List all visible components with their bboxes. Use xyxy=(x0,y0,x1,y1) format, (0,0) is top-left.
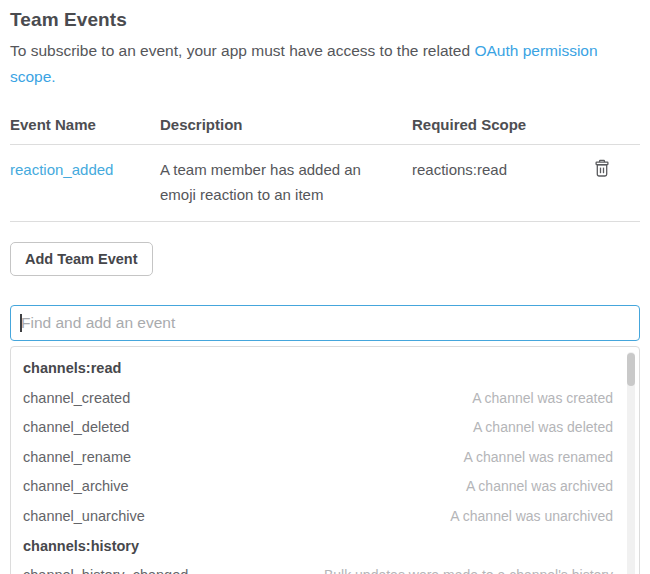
dropdown-item-channel-created[interactable]: channel_created A channel was created xyxy=(11,384,639,414)
event-name: channel_unarchive xyxy=(23,502,145,532)
event-description: A channel was archived xyxy=(466,472,613,502)
reaction-added-event-link[interactable]: reaction_added xyxy=(10,161,113,178)
column-header-required-scope: Required Scope xyxy=(412,116,590,133)
event-name: channel_deleted xyxy=(23,413,129,443)
column-header-event-name: Event Name xyxy=(10,116,160,133)
required-scope-cell: reactions:read xyxy=(412,157,590,182)
scope-group-label: channels:read xyxy=(23,354,121,384)
subscribed-events-table: Event Name Description Required Scope re… xyxy=(10,108,640,222)
delete-event-button[interactable] xyxy=(594,159,610,178)
trash-icon xyxy=(594,166,610,181)
event-description: Bulk updates were made to a channel's hi… xyxy=(324,561,613,574)
event-name-cell: reaction_added xyxy=(10,157,160,182)
table-header-row: Event Name Description Required Scope xyxy=(10,108,640,145)
event-name: channel_rename xyxy=(23,443,131,473)
table-row: reaction_added A team member has added a… xyxy=(10,145,640,222)
event-description: A channel was unarchived xyxy=(450,502,613,532)
dropdown-item-channel-deleted[interactable]: channel_deleted A channel was deleted xyxy=(11,413,639,443)
event-description: A channel was created xyxy=(472,384,613,414)
event-name: channel_archive xyxy=(23,472,129,502)
dropdown-item-channel-archive[interactable]: channel_archive A channel was archived xyxy=(11,472,639,502)
dropdown-scrollbar-thumb[interactable] xyxy=(627,353,635,386)
dropdown-group-channels-history: channels:history xyxy=(11,532,639,562)
column-header-description: Description xyxy=(160,116,412,133)
intro-paragraph: To subscribe to an event, your app must … xyxy=(10,38,610,90)
dropdown-scrollbar-track[interactable] xyxy=(627,352,635,574)
dropdown-item-channel-rename[interactable]: channel_rename A channel was renamed xyxy=(11,443,639,473)
actions-cell xyxy=(590,157,640,185)
scope-group-label: channels:history xyxy=(23,532,139,562)
dropdown-item-channel-unarchive[interactable]: channel_unarchive A channel was unarchiv… xyxy=(11,502,639,532)
team-events-panel: Team Events To subscribe to an event, yo… xyxy=(0,9,650,574)
event-description: A channel was renamed xyxy=(464,443,613,473)
event-name: channel_created xyxy=(23,384,130,414)
find-event-input[interactable] xyxy=(10,305,640,341)
intro-text: To subscribe to an event, your app must … xyxy=(10,42,474,59)
event-description-cell: A team member has added an emoji reactio… xyxy=(160,157,412,207)
text-caret xyxy=(20,314,22,332)
add-team-event-button[interactable]: Add Team Event xyxy=(10,242,153,276)
event-description: A channel was deleted xyxy=(473,413,613,443)
event-name: channel_history_changed xyxy=(23,561,188,574)
dropdown-item-channel-history-changed[interactable]: channel_history_changed Bulk updates wer… xyxy=(11,561,639,574)
event-suggestions-dropdown: channels:read channel_created A channel … xyxy=(10,346,640,574)
page-title: Team Events xyxy=(10,9,640,31)
dropdown-group-channels-read: channels:read xyxy=(11,354,639,384)
event-search-container xyxy=(10,305,640,341)
